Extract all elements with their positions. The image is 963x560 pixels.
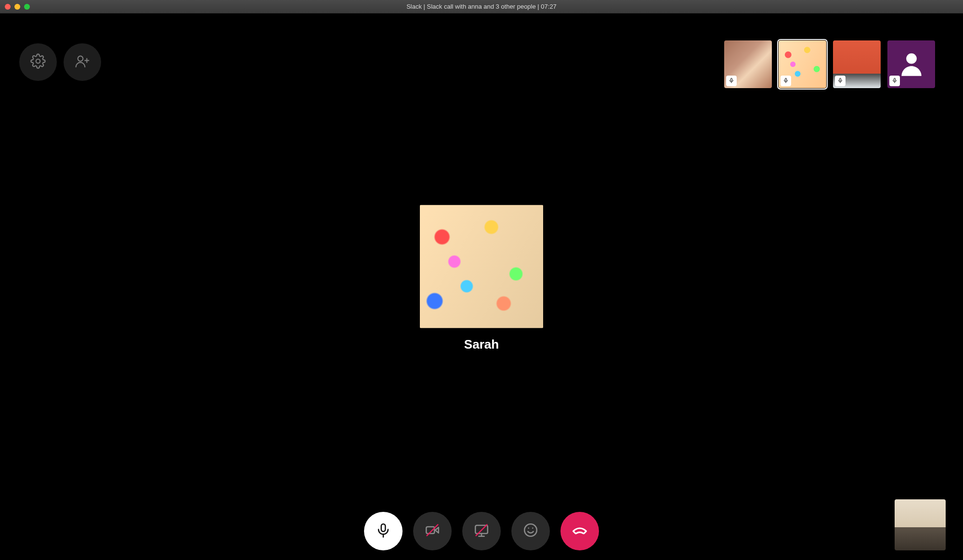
- participant-mic-indicator: [726, 76, 737, 86]
- screen-share-button[interactable]: [462, 512, 501, 550]
- svg-point-22: [524, 524, 537, 536]
- microphone-icon: [892, 77, 898, 85]
- add-person-icon: [75, 53, 90, 71]
- active-speaker-name: Sarah: [420, 337, 543, 352]
- window-titlebar: Slack | Slack call with anna and 3 other…: [0, 0, 963, 13]
- participant-mic-indicator: [889, 76, 900, 86]
- participant-mic-indicator: [835, 76, 846, 86]
- svg-rect-11: [894, 78, 896, 81]
- participant-thumbnail[interactable]: [779, 40, 826, 88]
- avatar-image: [420, 205, 543, 328]
- svg-point-1: [78, 56, 83, 61]
- call-top-left-controls: [19, 43, 101, 81]
- svg-rect-13: [381, 524, 386, 532]
- microphone-icon: [837, 77, 843, 85]
- anonymous-person-icon: [897, 49, 926, 80]
- call-control-bar: [364, 512, 599, 550]
- self-view-video: [895, 499, 946, 550]
- participant-thumbnail[interactable]: [887, 40, 935, 88]
- window-minimize-button[interactable]: [14, 4, 20, 10]
- hang-up-icon: [572, 522, 588, 540]
- smiley-icon: [522, 522, 539, 540]
- participant-thumbnails: [724, 40, 935, 88]
- svg-point-0: [36, 59, 40, 64]
- participant-thumbnail[interactable]: [724, 40, 772, 88]
- gear-icon: [30, 53, 46, 71]
- call-area: Sarah: [0, 13, 963, 560]
- window-title: Slack | Slack call with anna and 3 other…: [406, 3, 557, 10]
- self-view[interactable]: [895, 499, 946, 550]
- add-people-button[interactable]: [64, 43, 101, 81]
- svg-rect-8: [840, 78, 841, 81]
- svg-rect-6: [785, 78, 787, 81]
- video-toggle-button[interactable]: [413, 512, 452, 550]
- reactions-button[interactable]: [511, 512, 550, 550]
- participant-thumbnail[interactable]: [833, 40, 881, 88]
- window-close-button[interactable]: [5, 4, 11, 10]
- svg-point-10: [906, 53, 917, 64]
- window-zoom-button[interactable]: [24, 4, 30, 10]
- screen-share-off-icon: [473, 522, 490, 540]
- svg-marker-16: [435, 527, 439, 533]
- svg-rect-4: [731, 78, 732, 81]
- microphone-icon: [783, 77, 789, 85]
- participant-mic-indicator: [781, 76, 791, 86]
- call-settings-button[interactable]: [19, 43, 57, 81]
- active-speaker: Sarah: [420, 205, 543, 352]
- active-speaker-avatar[interactable]: [420, 205, 543, 328]
- window-traffic-lights: [0, 4, 30, 10]
- mute-button[interactable]: [364, 512, 403, 550]
- hang-up-button[interactable]: [560, 512, 599, 550]
- microphone-icon: [375, 522, 391, 540]
- microphone-icon: [729, 77, 734, 85]
- video-off-icon: [424, 522, 441, 540]
